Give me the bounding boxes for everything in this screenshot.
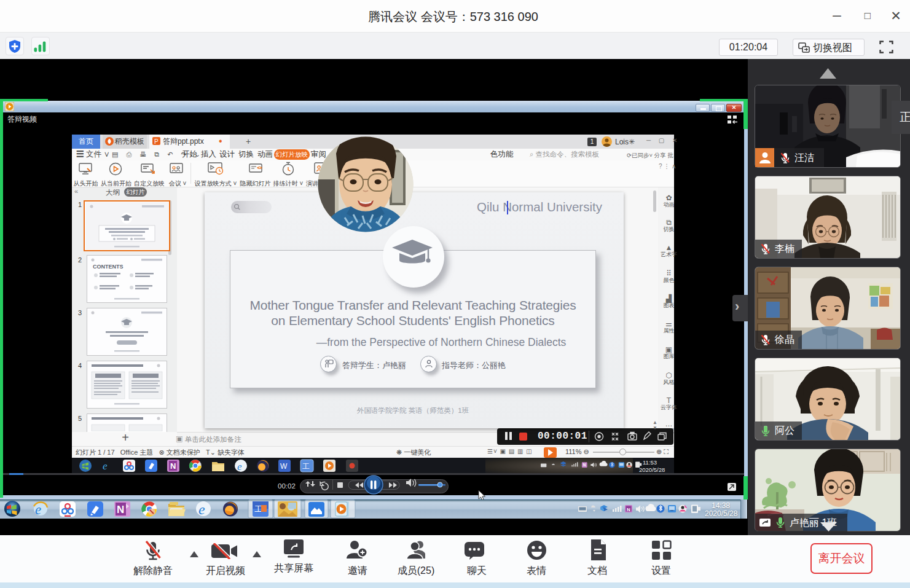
svg-text:e: e bbox=[198, 501, 205, 517]
svg-text:工: 工 bbox=[302, 462, 310, 471]
svg-text:CONTENTS: CONTENTS bbox=[93, 264, 124, 270]
svg-text:N: N bbox=[627, 507, 630, 512]
svg-text:N: N bbox=[170, 461, 176, 471]
svg-text:e: e bbox=[103, 460, 108, 472]
svg-text:P: P bbox=[154, 138, 159, 145]
svg-text:e: e bbox=[237, 461, 242, 472]
svg-text:N: N bbox=[583, 463, 586, 467]
svg-text:N: N bbox=[117, 504, 124, 515]
svg-text:W: W bbox=[280, 462, 288, 471]
